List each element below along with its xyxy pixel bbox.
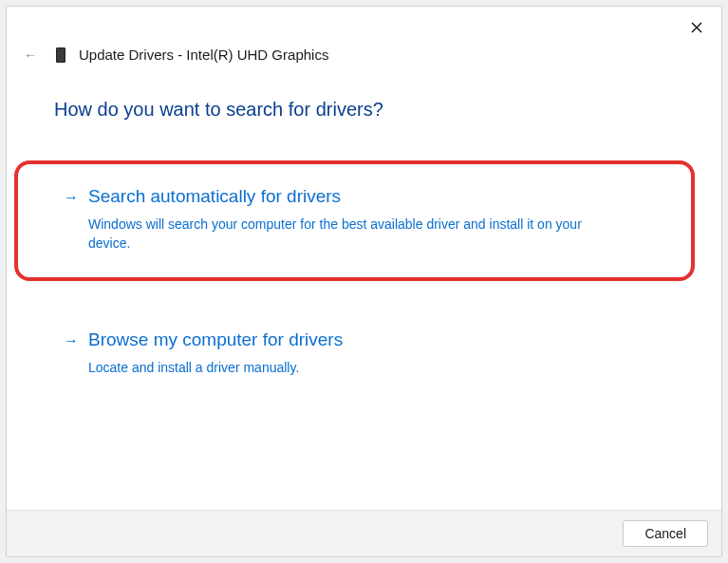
update-drivers-dialog: ← Update Drivers - Intel(R) UHD Graphics… [6,6,722,557]
close-icon [691,22,702,33]
option-title: Search automatically for drivers [88,185,663,209]
cancel-button[interactable]: Cancel [623,520,708,547]
close-button[interactable] [685,16,708,39]
option-browse-computer[interactable]: → Browse my computer for drivers Locate … [54,315,674,394]
option-description: Windows will search your computer for th… [88,215,620,253]
option-description: Locate and install a driver manually. [88,358,620,377]
dialog-header: ← Update Drivers - Intel(R) UHD Graphics [7,7,721,72]
dialog-content: How do you want to search for drivers? →… [7,72,721,510]
option-title: Browse my computer for drivers [88,328,657,352]
back-arrow-icon[interactable]: ← [24,47,37,63]
arrow-right-icon: → [64,189,77,206]
arrow-right-icon: → [64,332,77,349]
page-heading: How do you want to search for drivers? [54,99,674,121]
dialog-footer: Cancel [7,510,721,556]
dialog-title: Update Drivers - Intel(R) UHD Graphics [79,47,328,63]
device-icon [56,47,65,63]
option-search-automatically[interactable]: → Search automatically for drivers Windo… [14,160,695,281]
